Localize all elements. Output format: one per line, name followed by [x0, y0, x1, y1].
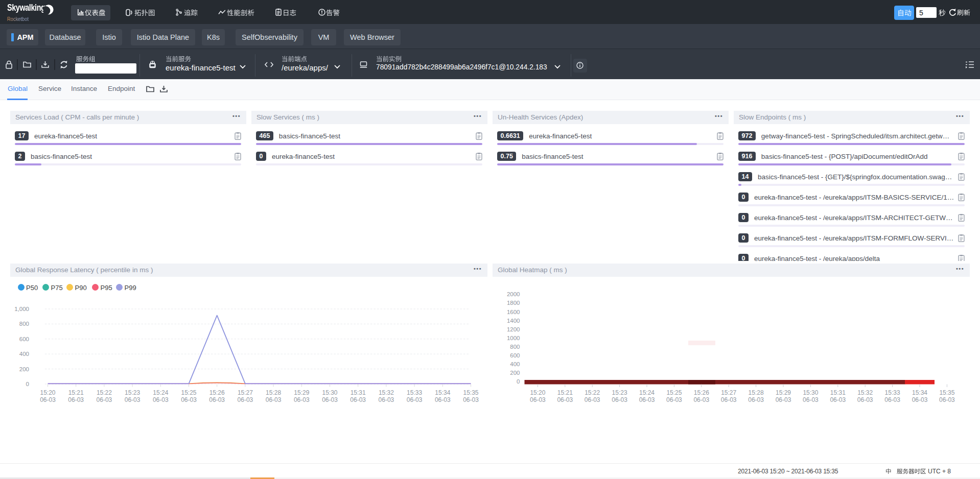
svg-text:06-03: 06-03 — [463, 396, 479, 403]
svg-text:2000: 2000 — [507, 291, 520, 297]
svg-text:15:20: 15:20 — [530, 389, 545, 396]
svg-text:06-03: 06-03 — [407, 396, 423, 403]
svg-text:800: 800 — [19, 321, 29, 327]
svg-text:1400: 1400 — [507, 318, 520, 324]
svg-text:400: 400 — [510, 361, 520, 367]
svg-text:15:25: 15:25 — [181, 389, 196, 396]
svg-text:15:29: 15:29 — [294, 389, 309, 396]
svg-text:1000: 1000 — [507, 335, 520, 341]
svg-text:1600: 1600 — [507, 309, 520, 315]
svg-text:06-03: 06-03 — [153, 396, 169, 403]
svg-text:15:23: 15:23 — [125, 389, 140, 396]
svg-text:06-03: 06-03 — [322, 396, 338, 403]
svg-text:15:23: 15:23 — [612, 389, 627, 396]
svg-text:06-03: 06-03 — [294, 396, 310, 403]
svg-text:06-03: 06-03 — [350, 396, 366, 403]
svg-text:06-03: 06-03 — [125, 396, 141, 403]
svg-text:06-03: 06-03 — [803, 396, 819, 403]
svg-text:06-03: 06-03 — [68, 396, 84, 403]
svg-text:200: 200 — [510, 370, 520, 376]
svg-text:06-03: 06-03 — [912, 396, 928, 403]
svg-text:15:33: 15:33 — [885, 389, 900, 396]
svg-text:06-03: 06-03 — [238, 396, 253, 403]
svg-text:06-03: 06-03 — [748, 396, 764, 403]
svg-text:06-03: 06-03 — [435, 396, 451, 403]
svg-text:06-03: 06-03 — [209, 396, 225, 403]
svg-text:06-03: 06-03 — [40, 396, 56, 403]
svg-text:15:35: 15:35 — [463, 389, 478, 396]
svg-text:15:27: 15:27 — [238, 389, 253, 396]
svg-text:0: 0 — [26, 381, 29, 387]
svg-text:15:25: 15:25 — [666, 389, 682, 396]
svg-text:15:22: 15:22 — [585, 389, 600, 396]
svg-text:06-03: 06-03 — [557, 396, 573, 403]
svg-text:06-03: 06-03 — [857, 396, 873, 403]
svg-text:400: 400 — [19, 351, 29, 357]
svg-text:15:31: 15:31 — [351, 389, 366, 396]
svg-text:15:28: 15:28 — [749, 389, 764, 396]
svg-text:1,000: 1,000 — [14, 306, 29, 312]
svg-text:15:35: 15:35 — [939, 389, 954, 396]
svg-text:06-03: 06-03 — [379, 396, 394, 403]
svg-text:06-03: 06-03 — [266, 396, 282, 403]
svg-text:15:32: 15:32 — [379, 389, 394, 396]
svg-text:15:24: 15:24 — [639, 389, 655, 396]
svg-text:15:22: 15:22 — [97, 389, 112, 396]
svg-text:06-03: 06-03 — [666, 396, 682, 403]
svg-text:06-03: 06-03 — [97, 396, 112, 403]
svg-text:1200: 1200 — [507, 326, 520, 332]
svg-text:06-03: 06-03 — [939, 396, 955, 403]
svg-text:15:34: 15:34 — [435, 389, 450, 396]
svg-text:06-03: 06-03 — [830, 396, 846, 403]
svg-text:200: 200 — [19, 366, 29, 372]
svg-text:06-03: 06-03 — [530, 396, 546, 403]
svg-text:800: 800 — [510, 344, 520, 350]
svg-text:15:29: 15:29 — [776, 389, 791, 396]
svg-text:15:26: 15:26 — [209, 389, 225, 396]
svg-text:06-03: 06-03 — [776, 396, 791, 403]
svg-text:15:26: 15:26 — [694, 389, 709, 396]
svg-text:15:33: 15:33 — [407, 389, 422, 396]
svg-text:06-03: 06-03 — [585, 396, 600, 403]
svg-text:15:30: 15:30 — [803, 389, 818, 396]
svg-text:06-03: 06-03 — [693, 396, 709, 403]
svg-text:1800: 1800 — [507, 300, 520, 306]
svg-text:15:30: 15:30 — [322, 389, 337, 396]
svg-text:06-03: 06-03 — [884, 396, 900, 403]
svg-text:15:34: 15:34 — [912, 389, 927, 396]
svg-text:600: 600 — [19, 336, 29, 342]
svg-text:15:20: 15:20 — [40, 389, 55, 396]
svg-text:0: 0 — [517, 378, 520, 385]
svg-text:06-03: 06-03 — [639, 396, 655, 403]
svg-text:15:21: 15:21 — [68, 389, 84, 396]
svg-text:06-03: 06-03 — [612, 396, 627, 403]
svg-text:15:31: 15:31 — [830, 389, 846, 396]
svg-text:15:27: 15:27 — [721, 389, 736, 396]
svg-text:600: 600 — [510, 352, 520, 358]
svg-text:15:32: 15:32 — [857, 389, 873, 396]
svg-text:15:24: 15:24 — [153, 389, 168, 396]
svg-text:15:21: 15:21 — [557, 389, 573, 396]
svg-text:15:28: 15:28 — [266, 389, 281, 396]
svg-text:06-03: 06-03 — [721, 396, 737, 403]
svg-text:06-03: 06-03 — [181, 396, 197, 403]
